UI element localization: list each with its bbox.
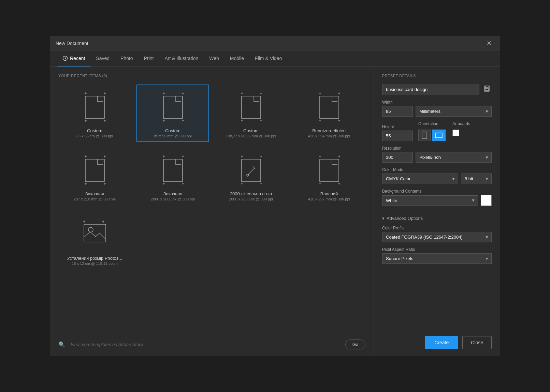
preset-item-4[interactable]: Benutzerdefiniert 420 x 594 mm @ 300 ppi xyxy=(293,85,365,142)
preset-size-2: 85 x 55 mm @ 300 ppi xyxy=(154,134,192,138)
close-button[interactable]: Close xyxy=(462,336,492,349)
tab-web[interactable]: Web xyxy=(204,50,225,66)
preset-item-5[interactable]: Заказная 297 x 210 mm @ 300 ppi xyxy=(58,148,131,205)
landscape-button[interactable] xyxy=(432,130,446,141)
preset-item-2[interactable]: Custom 85 x 55 mm @ 300 ppi xyxy=(136,85,209,142)
clock-icon xyxy=(62,56,68,61)
preset-item-1[interactable]: Custom 85 x 55 cm @ 300 ppi xyxy=(58,85,131,142)
resolution-unit-select-wrap: Pixels/Inch Pixels/Centimeter ▼ xyxy=(416,152,492,163)
svg-rect-76 xyxy=(84,224,106,242)
color-profile-select[interactable]: Coated FOGRA39 (ISO 12647-2:2004) xyxy=(382,232,492,242)
tab-saved[interactable]: Saved xyxy=(90,50,115,66)
bg-contents-select[interactable]: White Black Background Color Transparent… xyxy=(382,195,478,206)
preset-size-3: 108,37 x 60,96 mm @ 300 ppi xyxy=(226,134,276,138)
preset-icon-1 xyxy=(78,89,112,126)
dialog-title: New Document xyxy=(56,41,88,46)
search-input[interactable] xyxy=(71,342,340,347)
preset-name-7: 2000-піксельна сітка xyxy=(230,191,272,196)
svg-rect-10 xyxy=(163,96,183,119)
tab-art[interactable]: Art & Illustration xyxy=(159,50,204,66)
svg-rect-28 xyxy=(320,96,339,119)
color-depth-select[interactable]: 8 bit 16 bit 32 bit xyxy=(461,174,492,184)
portrait-button[interactable] xyxy=(418,130,431,141)
content-area: YOUR RECENT ITEMS (9) xyxy=(50,67,500,356)
create-button[interactable]: Create xyxy=(425,336,458,349)
preset-size-9: 16 x 12 cm @ 118,11 ppcm xyxy=(72,261,118,266)
orientation-buttons xyxy=(418,130,446,141)
preset-item-3[interactable]: Custom 108,37 x 60,96 mm @ 300 ppi xyxy=(215,85,287,142)
preset-icon-9 xyxy=(78,216,112,254)
svg-rect-55 xyxy=(242,159,261,182)
height-field: Height xyxy=(382,124,413,141)
orientation-artboards: Orientation xyxy=(418,121,470,141)
color-profile-select-wrap: Coated FOGRA39 (ISO 12647-2:2004) ▼ xyxy=(382,232,492,242)
bg-contents-select-wrap: White Black Background Color Transparent… xyxy=(382,195,478,206)
preset-item-7[interactable]: 2000-піксельна сітка 2000 x 2000 px @ 30… xyxy=(215,148,287,205)
resolution-unit-select[interactable]: Pixels/Inch Pixels/Centimeter xyxy=(416,152,492,163)
orientation-group: Orientation xyxy=(418,121,446,141)
width-field: Width Millimeters Pixels Inches Centimet… xyxy=(382,100,492,117)
height-input[interactable] xyxy=(382,131,413,141)
pixel-aspect-field: Pixel Aspect Ratio Square Pixels ▼ xyxy=(382,247,492,264)
preset-size-8: 420 x 297 mm @ 300 ppi xyxy=(308,197,350,201)
chevron-down-icon: ▾ xyxy=(382,216,385,221)
svg-rect-86 xyxy=(435,133,442,138)
tab-print[interactable]: Print xyxy=(139,50,159,66)
preset-name-3: Custom xyxy=(243,128,259,133)
height-orient-row: Height Orientation xyxy=(382,121,492,141)
search-icon: 🔍 xyxy=(58,341,65,348)
svg-rect-37 xyxy=(85,159,104,182)
svg-rect-19 xyxy=(242,96,261,119)
preset-icon-4 xyxy=(312,89,346,126)
tab-photo[interactable]: Photo xyxy=(115,50,139,66)
preset-icon-7 xyxy=(234,152,268,189)
preset-name-input[interactable] xyxy=(382,84,479,95)
svg-rect-67 xyxy=(320,159,339,182)
resolution-input[interactable] xyxy=(382,152,413,163)
width-input[interactable] xyxy=(382,106,413,117)
pixel-aspect-select-wrap: Square Pixels ▼ xyxy=(382,253,492,264)
dialog-close-button[interactable]: ✕ xyxy=(484,38,494,48)
preset-icon-3 xyxy=(234,89,268,126)
preset-name-field xyxy=(382,84,492,95)
recent-items-title: YOUR RECENT ITEMS (9) xyxy=(58,74,365,78)
preset-item-8[interactable]: Власний 420 x 297 mm @ 300 ppi xyxy=(293,148,365,205)
tab-film[interactable]: Film & Video xyxy=(249,50,287,66)
right-panel: PRESET DETAILS Width xyxy=(374,67,500,356)
save-preset-button[interactable] xyxy=(482,84,492,95)
artboards-group: Artboards xyxy=(452,121,470,136)
preset-item-6[interactable]: Заказная 2000 x 2000 px @ 300 ppi xyxy=(136,148,209,205)
tab-mobile[interactable]: Mobile xyxy=(225,50,249,66)
search-bar: 🔍 Go xyxy=(50,333,374,356)
preset-icon-6 xyxy=(156,152,190,189)
color-depth-select-wrap: 8 bit 16 bit 32 bit ▼ xyxy=(461,174,492,184)
pixel-aspect-select[interactable]: Square Pixels xyxy=(382,253,492,264)
dialog-buttons: Create Close xyxy=(382,333,492,349)
tab-recent[interactable]: Recent xyxy=(57,50,90,66)
color-mode-field: Color Mode CMYK Color RGB Color Grayscal… xyxy=(382,167,492,184)
preset-item-9[interactable]: Усталений розмір Photos... 16 x 12 cm @ … xyxy=(58,212,131,270)
svg-point-58 xyxy=(247,174,249,176)
bg-contents-field: Background Contents White Black Backgrou… xyxy=(382,189,492,206)
preset-name-8: Власний xyxy=(320,191,338,196)
svg-point-77 xyxy=(88,227,93,232)
svg-rect-83 xyxy=(486,86,488,88)
go-button[interactable]: Go xyxy=(345,340,365,349)
preset-name-1: Custom xyxy=(87,128,102,133)
svg-rect-85 xyxy=(422,132,427,139)
preset-name-4: Benutzerdefiniert xyxy=(312,128,346,133)
color-mode-select[interactable]: CMYK Color RGB Color Grayscale Bitmap La… xyxy=(382,174,458,184)
svg-rect-1 xyxy=(85,96,104,119)
advanced-options-toggle[interactable]: ▾ Advanced Options xyxy=(382,216,492,221)
preset-name-5: Заказная xyxy=(85,191,104,196)
preset-name-2: Custom xyxy=(165,128,180,133)
width-unit-select[interactable]: Millimeters Pixels Inches Centimeters xyxy=(416,106,492,117)
new-document-dialog: New Document ✕ Recent Saved Photo Print … xyxy=(50,36,500,356)
white-swatch[interactable] xyxy=(481,195,492,206)
preset-size-4: 420 x 594 mm @ 300 ppi xyxy=(308,134,350,138)
resolution-field: Resolution Pixels/Inch Pixels/Centimeter… xyxy=(382,146,492,163)
svg-rect-84 xyxy=(485,89,489,91)
color-mode-select-wrap: CMYK Color RGB Color Grayscale Bitmap La… xyxy=(382,174,458,184)
preset-icon-8 xyxy=(312,152,346,189)
artboards-checkbox[interactable] xyxy=(452,130,459,136)
